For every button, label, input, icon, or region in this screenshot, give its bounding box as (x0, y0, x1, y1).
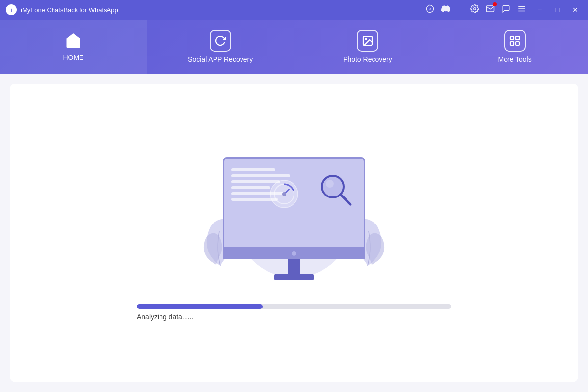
content-card: Analyzing data...... (10, 84, 578, 382)
nav-bar: HOME Social APP Recovery Photo Recovery (0, 20, 588, 74)
nav-label-social-app: Social APP Recovery (188, 56, 253, 63)
nav-item-home[interactable]: HOME (0, 20, 147, 74)
svg-point-20 (326, 180, 334, 188)
close-button[interactable]: ✕ (568, 3, 582, 17)
screen-line-4 (231, 186, 270, 189)
svg-rect-9 (516, 36, 519, 40)
monitor-chin (223, 248, 365, 259)
tools-icon (509, 35, 521, 47)
title-bar-left: i iMyFone ChatsBack for WhatsApp (6, 4, 118, 15)
screen-line-2 (231, 174, 290, 177)
title-bar: i iMyFone ChatsBack for WhatsApp 𝕒 (0, 0, 588, 20)
refresh-icon (214, 35, 226, 47)
svg-rect-10 (510, 42, 514, 45)
monitor (223, 157, 365, 280)
monitor-neck (288, 259, 300, 274)
nav-item-photo-recovery[interactable]: Photo Recovery (294, 20, 442, 74)
title-bar-icons: 𝕒 (426, 4, 526, 15)
home-icon (64, 32, 82, 50)
photo-icon (362, 35, 374, 47)
main-content: Analyzing data...... (0, 74, 588, 392)
app-logo: i (6, 4, 17, 15)
svg-point-2 (474, 8, 476, 10)
discord-icon[interactable] (441, 4, 450, 15)
minimize-button[interactable]: − (533, 3, 547, 17)
maximize-button[interactable]: □ (551, 3, 564, 17)
magnifier-icon (317, 171, 354, 208)
svg-text:𝕒: 𝕒 (429, 7, 431, 11)
settings-icon[interactable] (470, 4, 479, 15)
nav-item-more-tools[interactable]: More Tools (441, 20, 588, 74)
menu-icon[interactable] (517, 4, 526, 15)
svg-rect-8 (510, 36, 514, 40)
chat-icon[interactable] (502, 4, 510, 15)
app-title: iMyFone ChatsBack for WhatsApp (21, 6, 118, 14)
illustration (191, 145, 397, 292)
photo-recovery-icon-box (357, 30, 378, 52)
title-bar-right: 𝕒 (426, 3, 582, 17)
screen-line-1 (231, 168, 275, 171)
progress-bar-container (137, 304, 451, 309)
ghost-icon[interactable]: 𝕒 (426, 4, 434, 15)
progress-section: Analyzing data...... (137, 304, 451, 321)
gauge-icon (268, 178, 300, 210)
svg-line-19 (341, 195, 350, 204)
progress-label: Analyzing data...... (137, 313, 451, 321)
svg-rect-11 (516, 42, 519, 45)
nav-label-more-tools: More Tools (498, 56, 532, 63)
monitor-dot (292, 251, 296, 256)
monitor-screen (223, 157, 365, 248)
mail-icon[interactable] (486, 4, 495, 15)
social-app-recovery-icon-box (210, 30, 231, 52)
nav-label-photo-recovery: Photo Recovery (343, 56, 392, 63)
nav-label-home: HOME (63, 54, 83, 61)
svg-point-16 (282, 192, 286, 196)
title-separator (460, 5, 460, 15)
more-tools-icon-box (504, 30, 526, 52)
monitor-base (274, 274, 314, 280)
svg-point-7 (365, 38, 367, 40)
nav-item-social-app-recovery[interactable]: Social APP Recovery (147, 20, 294, 74)
progress-bar-fill (137, 304, 263, 309)
window-controls: − □ ✕ (533, 3, 582, 17)
